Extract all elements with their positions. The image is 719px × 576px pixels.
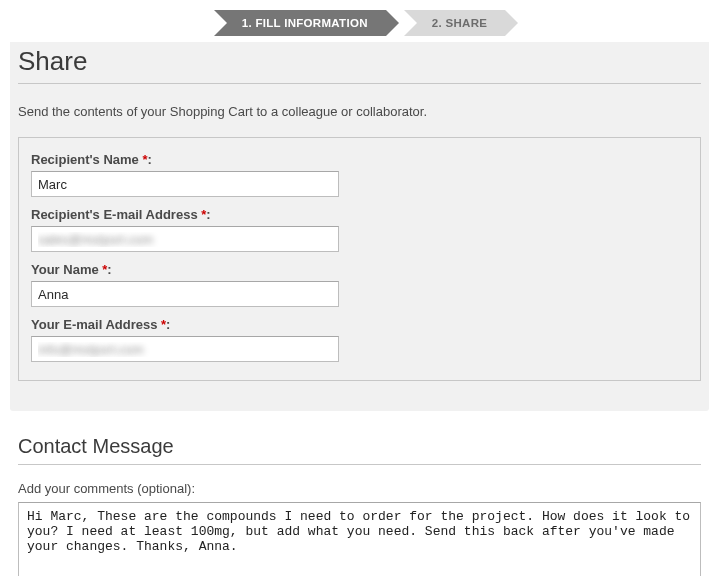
label-recipient-email: Recipient's E-mail Address *:	[31, 207, 688, 222]
step-share: 2. SHARE	[404, 10, 505, 36]
intro-text: Send the contents of your Shopping Cart …	[18, 104, 701, 119]
field-your-name: Your Name *:	[31, 262, 688, 307]
field-recipient-email: Recipient's E-mail Address *:	[31, 207, 688, 252]
label-your-name: Your Name *:	[31, 262, 688, 277]
step-fill-information: 1. FILL INFORMATION	[214, 10, 386, 36]
label-your-email: Your E-mail Address *:	[31, 317, 688, 332]
your-email-input[interactable]	[31, 336, 339, 362]
recipient-form-panel: Recipient's Name *: Recipient's E-mail A…	[18, 137, 701, 381]
contact-message-hint: Add your comments (optional):	[18, 481, 701, 496]
page-title: Share	[18, 46, 701, 84]
progress-steps: 1. FILL INFORMATION 2. SHARE	[10, 10, 709, 36]
recipient-email-input[interactable]	[31, 226, 339, 252]
contact-message-textarea[interactable]	[18, 502, 701, 576]
your-name-input[interactable]	[31, 281, 339, 307]
label-recipient-name: Recipient's Name *:	[31, 152, 688, 167]
share-header-block: Share Send the contents of your Shopping…	[10, 42, 709, 411]
field-recipient-name: Recipient's Name *:	[31, 152, 688, 197]
contact-message-title: Contact Message	[18, 435, 701, 465]
recipient-name-input[interactable]	[31, 171, 339, 197]
field-your-email: Your E-mail Address *:	[31, 317, 688, 362]
contact-message-section: Contact Message Add your comments (optio…	[10, 435, 709, 576]
